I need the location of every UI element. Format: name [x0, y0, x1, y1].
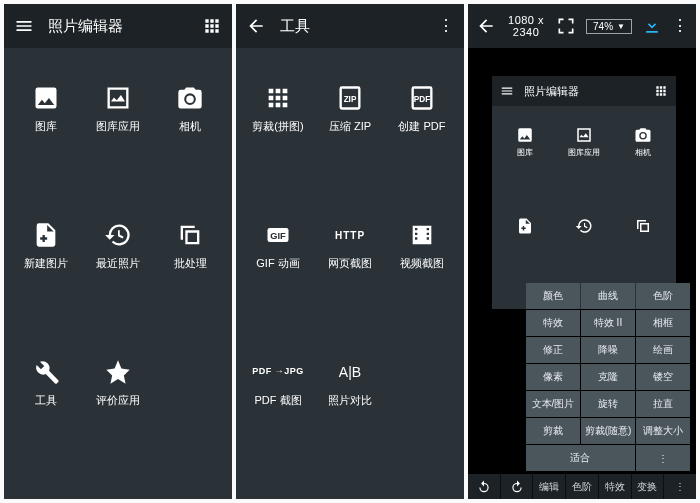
- ov-levels[interactable]: 色阶: [636, 283, 690, 309]
- image2-icon: [104, 84, 132, 112]
- apps-icon[interactable]: [202, 16, 222, 36]
- zip-icon: ZIP: [336, 84, 364, 112]
- tool-overlay: 颜色 曲线 色阶 特效 特效 II 相框 修正 降噪 绘画 像素 克隆 镂空 文…: [526, 283, 690, 471]
- tile-new-image[interactable]: 新建图片: [10, 215, 82, 352]
- tile-gallery[interactable]: 图库: [10, 78, 82, 215]
- tools-grid: 剪裁(拼图) ZIP 压缩 ZIP PDF 创建 PDF GIF GIF 动画 …: [236, 48, 464, 499]
- svg-text:PDF: PDF: [414, 95, 430, 104]
- canvas-dimensions: 1080 x 2340: [506, 14, 546, 38]
- bb-transform[interactable]: 变换: [632, 474, 665, 499]
- topbar: 照片编辑器: [4, 4, 232, 48]
- tile-gif[interactable]: GIF GIF 动画: [242, 215, 314, 352]
- tile-batch[interactable]: 批处理: [154, 215, 226, 352]
- ov-freecrop[interactable]: 剪裁(随意): [581, 418, 635, 444]
- ov-fx[interactable]: 特效: [526, 310, 580, 336]
- pdf-icon: PDF: [408, 84, 436, 112]
- panel-tools: 工具 ⋮ 剪裁(拼图) ZIP 压缩 ZIP PDF 创建 PDF GIF GI…: [236, 4, 464, 499]
- menu-icon[interactable]: [14, 16, 34, 36]
- pdf-jpg-icon: PDF →JPG: [252, 358, 304, 386]
- tile-pdf-to-jpg[interactable]: PDF →JPG PDF 截图: [242, 352, 314, 489]
- fullscreen-icon[interactable]: [556, 16, 576, 36]
- ov-resize[interactable]: 调整大小: [636, 418, 690, 444]
- grid-icon: [264, 84, 292, 112]
- panel-editor-home: 照片编辑器 图库 图库应用 相机 新建图片 最近照片 批处理 工具: [4, 4, 232, 499]
- ov-crop[interactable]: 剪裁: [526, 418, 580, 444]
- tile-pdf[interactable]: PDF 创建 PDF: [386, 78, 458, 215]
- canvas-bottombar: 编辑 色阶 特效 变换 ⋮: [468, 473, 696, 499]
- file-plus-icon: [32, 221, 60, 249]
- more-icon[interactable]: ⋮: [672, 18, 688, 34]
- bb-fx[interactable]: 特效: [599, 474, 632, 499]
- tile-webcapture[interactable]: HTTP 网页截图: [314, 215, 386, 352]
- download-icon[interactable]: [642, 16, 662, 36]
- more-icon[interactable]: ⋮: [438, 18, 454, 34]
- ov-clone[interactable]: 克隆: [581, 364, 635, 390]
- ov-correct[interactable]: 修正: [526, 337, 580, 363]
- tile-zip[interactable]: ZIP 压缩 ZIP: [314, 78, 386, 215]
- tile-camera[interactable]: 相机: [154, 78, 226, 215]
- gif-icon: GIF: [264, 221, 292, 249]
- tile-videocapture[interactable]: 视频截图: [386, 215, 458, 352]
- canvas-topbar: 1080 x 2340 74%▼ ⋮: [468, 4, 696, 48]
- svg-text:ZIP: ZIP: [344, 95, 357, 104]
- tile-tools[interactable]: 工具: [10, 352, 82, 489]
- home-grid: 图库 图库应用 相机 新建图片 最近照片 批处理 工具 评价应用: [4, 48, 232, 499]
- tile-rate[interactable]: 评价应用: [82, 352, 154, 489]
- wrench-icon: [32, 358, 60, 386]
- tile-gallery-app[interactable]: 图库应用: [82, 78, 154, 215]
- ov-denoise[interactable]: 降噪: [581, 337, 635, 363]
- http-icon: HTTP: [336, 221, 364, 249]
- ov-fx2[interactable]: 特效 II: [581, 310, 635, 336]
- ov-rotate[interactable]: 旋转: [581, 391, 635, 417]
- bb-edit[interactable]: 编辑: [533, 474, 566, 499]
- ov-frame[interactable]: 相框: [636, 310, 690, 336]
- ov-straighten[interactable]: 拉直: [636, 391, 690, 417]
- canvas-preview: 照片编辑器 图库 图库应用 相机: [492, 76, 676, 309]
- tile-recent[interactable]: 最近照片: [82, 215, 154, 352]
- tile-compare[interactable]: A|B 照片对比: [314, 352, 386, 489]
- bb-more[interactable]: ⋮: [664, 474, 696, 499]
- topbar: 工具 ⋮: [236, 4, 464, 48]
- ov-cutout[interactable]: 镂空: [636, 364, 690, 390]
- star-icon: [104, 358, 132, 386]
- tile-crop-collage[interactable]: 剪裁(拼图): [242, 78, 314, 215]
- image-icon: [32, 84, 60, 112]
- bb-redo[interactable]: [501, 474, 534, 499]
- ov-curves[interactable]: 曲线: [581, 283, 635, 309]
- ab-icon: A|B: [339, 358, 361, 386]
- film-icon: [408, 221, 436, 249]
- svg-text:GIF: GIF: [270, 231, 286, 241]
- chevron-down-icon: ▼: [617, 22, 625, 31]
- ov-more[interactable]: ⋮: [636, 445, 690, 471]
- ov-fit[interactable]: 适合: [526, 445, 635, 471]
- back-icon[interactable]: [246, 16, 266, 36]
- ov-pixel[interactable]: 像素: [526, 364, 580, 390]
- ov-draw[interactable]: 绘画: [636, 337, 690, 363]
- menu-icon: [500, 84, 514, 98]
- history-icon: [104, 221, 132, 249]
- panel-editor-canvas: 1080 x 2340 74%▼ ⋮ 照片编辑器 图库 图库应用 相机: [468, 4, 696, 499]
- camera-icon: [176, 84, 204, 112]
- app-title: 照片编辑器: [48, 17, 188, 36]
- bb-undo[interactable]: [468, 474, 501, 499]
- ov-color[interactable]: 颜色: [526, 283, 580, 309]
- canvas-body: 照片编辑器 图库 图库应用 相机 颜色 曲线 色阶 特效 特效 II 相框 修正…: [468, 48, 696, 499]
- back-icon[interactable]: [476, 16, 496, 36]
- screen-title: 工具: [280, 17, 424, 36]
- zoom-dropdown[interactable]: 74%▼: [586, 19, 632, 34]
- ov-text[interactable]: 文本/图片: [526, 391, 580, 417]
- apps-icon: [654, 84, 668, 98]
- bb-levels[interactable]: 色阶: [566, 474, 599, 499]
- stack-icon: [176, 221, 204, 249]
